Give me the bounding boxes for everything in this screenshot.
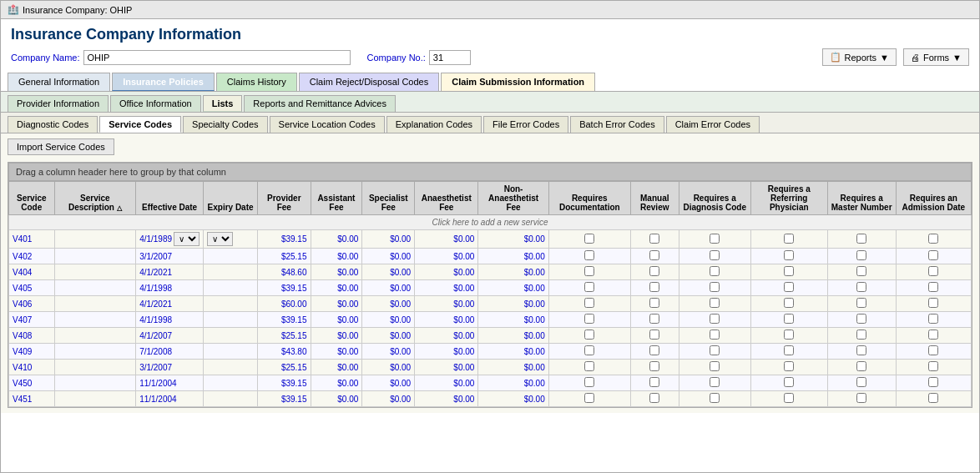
table-row[interactable]: V407 4/1/1998 $39.15 $0.00 $0.00 $0.00 $… [9,312,972,328]
col-provider-fee[interactable]: Provider Fee [258,182,311,215]
cell-req-doc[interactable] [548,249,630,264]
manual-rev-checkbox[interactable] [649,345,659,355]
manual-rev-checkbox[interactable] [649,298,659,308]
cell-req-ref[interactable] [750,344,827,360]
company-name-input[interactable] [83,50,351,65]
req-ref-checkbox[interactable] [784,298,794,308]
cell-req-doc[interactable] [548,391,630,407]
req-ref-checkbox[interactable] [784,345,794,355]
req-doc-checkbox[interactable] [584,282,594,292]
req-master-checkbox[interactable] [856,377,866,387]
req-admit-checkbox[interactable] [928,330,938,340]
cell-req-admit[interactable] [896,264,971,280]
cell-req-admit[interactable] [896,328,971,344]
col-service-desc[interactable]: Service Description △ [54,182,136,215]
req-admit-checkbox[interactable] [928,234,938,244]
req-master-checkbox[interactable] [856,314,866,324]
req-diag-checkbox[interactable] [710,330,720,340]
req-doc-checkbox[interactable] [584,298,594,308]
cell-req-diag[interactable] [679,249,750,264]
cell-manual-rev[interactable] [630,264,679,280]
col-non-anaes-fee[interactable]: Non-Anaesthetist Fee [478,182,548,215]
cell-req-master[interactable] [827,230,896,249]
req-ref-checkbox[interactable] [784,282,794,292]
table-row[interactable]: V406 4/1/2021 $60.00 $0.00 $0.00 $0.00 $… [9,296,972,312]
req-master-checkbox[interactable] [856,330,866,340]
req-master-checkbox[interactable] [856,361,866,371]
table-row[interactable]: V404 4/1/2021 $48.60 $0.00 $0.00 $0.00 $… [9,264,972,280]
req-ref-checkbox[interactable] [784,393,794,403]
cell-req-doc[interactable] [548,360,630,375]
cell-exp-date[interactable]: ∨ [204,230,258,249]
cell-req-admit[interactable] [896,280,971,296]
cell-req-master[interactable] [827,375,896,391]
cell-req-doc[interactable] [548,344,630,360]
req-doc-checkbox[interactable] [584,345,594,355]
table-row[interactable]: V451 11/1/2004 $39.15 $0.00 $0.00 $0.00 … [9,391,972,407]
req-admit-checkbox[interactable] [928,314,938,324]
req-ref-checkbox[interactable] [784,266,794,276]
add-row[interactable]: Click here to add a new service [9,215,972,230]
cell-req-diag[interactable] [679,344,750,360]
manual-rev-checkbox[interactable] [649,377,659,387]
cell-manual-rev[interactable] [630,375,679,391]
tab-reports-remittance[interactable]: Reports and Remittance Advices [244,95,396,112]
req-master-checkbox[interactable] [856,266,866,276]
cell-req-ref[interactable] [750,312,827,328]
cell-req-diag[interactable] [679,296,750,312]
cell-req-diag[interactable] [679,312,750,328]
import-service-codes-button[interactable]: Import Service Codes [8,138,114,155]
cell-req-ref[interactable] [750,360,827,375]
req-doc-checkbox[interactable] [584,266,594,276]
cell-req-master[interactable] [827,280,896,296]
cell-req-master[interactable] [827,296,896,312]
cell-req-ref[interactable] [750,391,827,407]
req-master-checkbox[interactable] [856,234,866,244]
cell-req-doc[interactable] [548,280,630,296]
cell-req-admit[interactable] [896,375,971,391]
cell-manual-rev[interactable] [630,230,679,249]
cell-req-doc[interactable] [548,328,630,344]
cell-req-admit[interactable] [896,360,971,375]
req-diag-checkbox[interactable] [710,345,720,355]
req-diag-checkbox[interactable] [710,266,720,276]
req-diag-checkbox[interactable] [710,314,720,324]
tab-provider-information[interactable]: Provider Information [8,95,109,112]
req-doc-checkbox[interactable] [584,377,594,387]
cell-manual-rev[interactable] [630,344,679,360]
cell-req-master[interactable] [827,391,896,407]
req-master-checkbox[interactable] [856,282,866,292]
col-eff-date[interactable]: Effective Date [136,182,204,215]
tab-office-information[interactable]: Office Information [110,95,201,112]
col-spec-fee[interactable]: Specialist Fee [362,182,415,215]
cell-req-admit[interactable] [896,296,971,312]
tab-claim-error-codes[interactable]: Claim Error Codes [666,116,760,133]
req-admit-checkbox[interactable] [928,298,938,308]
req-master-checkbox[interactable] [856,298,866,308]
col-req-doc[interactable]: Requires Documentation [548,182,630,215]
cell-req-doc[interactable] [548,230,630,249]
cell-req-doc[interactable] [548,312,630,328]
cell-req-admit[interactable] [896,344,971,360]
cell-manual-rev[interactable] [630,249,679,264]
cell-req-diag[interactable] [679,328,750,344]
manual-rev-checkbox[interactable] [649,266,659,276]
exp-date-dropdown[interactable]: ∨ [207,232,233,246]
cell-req-diag[interactable] [679,391,750,407]
req-diag-checkbox[interactable] [710,377,720,387]
cell-req-ref[interactable] [750,230,827,249]
cell-req-diag[interactable] [679,375,750,391]
manual-rev-checkbox[interactable] [649,393,659,403]
table-row[interactable]: V402 3/1/2007 $25.15 $0.00 $0.00 $0.00 $… [9,249,972,264]
cell-req-doc[interactable] [548,264,630,280]
cell-req-admit[interactable] [896,312,971,328]
company-no-input[interactable] [429,50,471,65]
table-row[interactable]: V408 4/1/2007 $25.15 $0.00 $0.00 $0.00 $… [9,328,972,344]
tab-claim-reject[interactable]: Claim Reject/Disposal Codes [299,73,439,91]
col-req-ref[interactable]: Requires a Referring Physician [750,182,827,215]
tab-batch-error-codes[interactable]: Batch Error Codes [570,116,664,133]
tab-general-information[interactable]: General Information [8,73,110,91]
cell-manual-rev[interactable] [630,391,679,407]
tab-service-location-codes[interactable]: Service Location Codes [270,116,385,133]
cell-manual-rev[interactable] [630,280,679,296]
